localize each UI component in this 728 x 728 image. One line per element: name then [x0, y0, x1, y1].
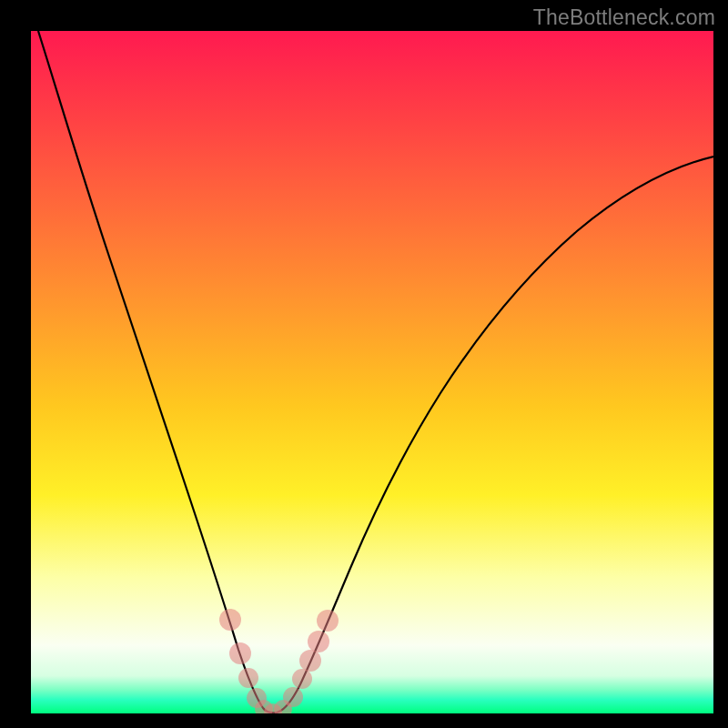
watermark-text: TheBottleneck.com	[533, 5, 715, 30]
bottleneck-curve	[38, 31, 713, 713]
chart-frame: TheBottleneck.com	[0, 0, 728, 728]
marker-dot	[229, 642, 251, 664]
bottleneck-curve-svg	[31, 31, 713, 713]
marker-dot	[238, 668, 258, 688]
marker-group	[219, 609, 339, 713]
marker-dot	[283, 687, 303, 707]
marker-dot	[299, 650, 321, 672]
marker-dot	[219, 609, 241, 631]
marker-dot	[308, 631, 329, 652]
marker-dot	[317, 610, 339, 632]
chart-plot-area	[31, 31, 713, 713]
marker-dot	[292, 669, 312, 689]
